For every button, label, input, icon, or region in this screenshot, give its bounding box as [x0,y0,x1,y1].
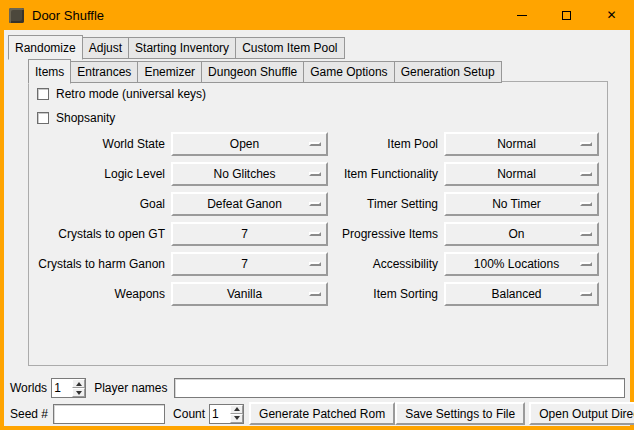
dropdown-indicator-icon [580,292,592,296]
items-pane: Retro mode (universal keys) Shopsanity W… [28,81,608,366]
crystals-harm-ganon-dropdown[interactable]: 7 [171,252,328,276]
item-functionality-value: Normal [497,167,546,181]
shopsanity-label: Shopsanity [56,111,115,125]
timer-setting-dropdown[interactable]: No Timer [444,192,599,216]
spin-down-icon [76,391,82,395]
dropdown-indicator-icon [580,202,592,206]
seed-label: Seed # [10,407,48,421]
player-names-label: Player names [94,381,167,395]
open-output-directory-button[interactable]: Open Output Directory [529,402,634,425]
dropdown-indicator-icon [309,142,321,146]
worlds-row: Worlds Player names [10,377,625,399]
maximize-button[interactable] [544,0,589,30]
accessibility-dropdown[interactable]: 100% Locations [444,252,599,276]
item-pool-value: Normal [497,137,546,151]
generate-row: Seed # Count Generate Patched Rom Save S… [10,402,625,425]
close-icon: ✕ [606,9,616,21]
worlds-spinbox[interactable] [51,378,86,398]
accessibility-label: Accessibility [334,257,438,271]
maximize-icon [562,11,571,20]
progressive-items-label: Progressive Items [334,227,438,241]
dropdown-indicator-icon [309,202,321,206]
tab-items[interactable]: Items [28,59,71,84]
count-spinbox[interactable] [209,404,244,424]
item-pool-dropdown[interactable]: Normal [444,132,599,156]
seed-input[interactable] [53,404,165,424]
dropdown-indicator-icon [580,262,592,266]
retro-mode-row: Retro mode (universal keys) [37,87,206,101]
app-window: Door Shuffle ✕ Randomize Adjust Starting… [0,0,634,430]
window-title: Door Shuffle [32,8,104,23]
item-sorting-value: Balanced [491,287,551,301]
item-functionality-dropdown[interactable]: Normal [444,162,599,186]
dropdown-indicator-icon [309,232,321,236]
tab-generation-setup[interactable]: Generation Setup [394,61,502,83]
count-label: Count [173,407,205,421]
tab-adjust[interactable]: Adjust [82,37,129,59]
generate-patched-rom-button[interactable]: Generate Patched Rom [249,402,395,425]
item-sorting-label: Item Sorting [334,287,438,301]
worlds-spinbox-input[interactable] [52,379,72,397]
dropdown-indicator-icon [580,172,592,176]
dropdown-indicator-icon [580,232,592,236]
worlds-spin-up-button[interactable] [72,379,85,388]
worlds-spin-down-button[interactable] [72,388,85,397]
goal-value: Defeat Ganon [207,197,292,211]
logic-level-label: Logic Level [35,167,165,181]
dropdown-indicator-icon [580,142,592,146]
count-spin-down-button[interactable] [230,414,243,423]
save-settings-button[interactable]: Save Settings to File [395,402,525,425]
progressive-items-value: On [508,227,534,241]
count-spin-arrows [230,405,243,423]
titlebar[interactable]: Door Shuffle ✕ [0,0,634,30]
world-state-dropdown[interactable]: Open [171,132,328,156]
worlds-label: Worlds [10,381,47,395]
accessibility-value: 100% Locations [474,257,569,271]
shopsanity-checkbox[interactable] [37,112,49,124]
weapons-dropdown[interactable]: Vanilla [171,282,328,306]
window-content: Randomize Adjust Starting Inventory Cust… [4,30,630,426]
player-names-input[interactable] [174,378,626,398]
tab-custom-item-pool[interactable]: Custom Item Pool [235,37,344,59]
item-functionality-label: Item Functionality [334,167,438,181]
world-state-value: Open [230,137,269,151]
app-icon [9,8,24,23]
tab-game-options[interactable]: Game Options [303,61,394,83]
goal-dropdown[interactable]: Defeat Ganon [171,192,328,216]
item-pool-label: Item Pool [334,137,438,151]
crystals-harm-ganon-value: 7 [241,257,258,271]
weapons-value: Vanilla [227,287,272,301]
window-controls: ✕ [499,0,634,30]
minimize-icon [517,15,527,16]
count-spinbox-input[interactable] [210,405,230,423]
logic-level-value: No Glitches [213,167,285,181]
settings-grid: World State Open Item Pool Normal Logic … [35,132,599,306]
dropdown-indicator-icon [309,292,321,296]
tab-dungeon-shuffle[interactable]: Dungeon Shuffle [201,61,304,83]
dropdown-indicator-icon [309,262,321,266]
crystals-open-gt-label: Crystals to open GT [35,227,165,241]
item-sorting-dropdown[interactable]: Balanced [444,282,599,306]
crystals-open-gt-value: 7 [241,227,258,241]
timer-setting-value: No Timer [492,197,551,211]
count-spin-up-button[interactable] [230,405,243,414]
tab-randomize[interactable]: Randomize [8,35,83,60]
tab-entrances[interactable]: Entrances [70,61,138,83]
retro-mode-checkbox[interactable] [37,88,49,100]
crystals-open-gt-dropdown[interactable]: 7 [171,222,328,246]
logic-level-dropdown[interactable]: No Glitches [171,162,328,186]
close-button[interactable]: ✕ [589,0,634,30]
timer-setting-label: Timer Setting [334,197,438,211]
main-tab-bar: Randomize Adjust Starting Inventory Cust… [8,35,344,59]
shopsanity-row: Shopsanity [37,111,115,125]
worlds-spin-arrows [72,379,85,397]
progressive-items-dropdown[interactable]: On [444,222,599,246]
weapons-label: Weapons [35,287,165,301]
minimize-button[interactable] [499,0,544,30]
retro-mode-label: Retro mode (universal keys) [56,87,206,101]
spin-up-icon [234,407,240,411]
tab-enemizer[interactable]: Enemizer [137,61,202,83]
crystals-harm-ganon-label: Crystals to harm Ganon [35,257,165,271]
world-state-label: World State [35,137,165,151]
tab-starting-inventory[interactable]: Starting Inventory [128,37,236,59]
